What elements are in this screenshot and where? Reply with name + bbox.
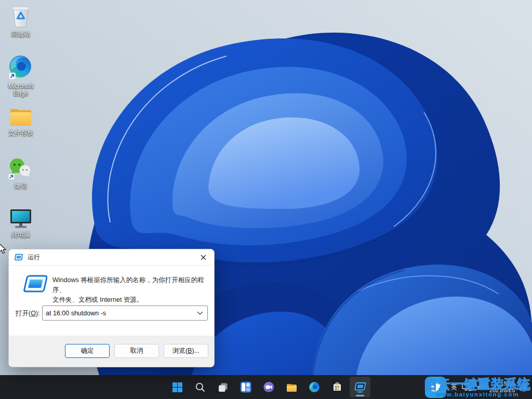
run-window-icon [353,381,367,393]
desktop-icon-file-storage[interactable]: 文件存放 [2,105,40,137]
description-line2: 文件夹、文档或 Internet 资源。 [52,296,143,303]
run-command-input[interactable] [43,310,197,317]
run-dialog-titlebar[interactable]: 运行 [9,249,214,265]
desktop-icon-this-pc[interactable]: 此电脑 [2,208,40,238]
desktop-icon-label: 此电脑 [11,231,30,238]
ok-button[interactable]: 确定 [65,344,110,358]
tray-date: 2021/8/25 [489,387,515,394]
this-pc-icon [8,208,33,230]
file-explorer-icon [286,382,298,393]
widgets-icon [240,381,251,393]
chat-icon [263,381,275,393]
recycle-bin-icon [9,3,33,29]
desktop-icon-label: 回收站 [11,31,30,38]
cancel-button[interactable]: 取消 [114,344,159,358]
tray-time: 15:34 [489,380,515,387]
dialog-title: 运行 [28,253,40,262]
store-button[interactable] [327,377,348,397]
desktop-icon-label: Microsoft Edge [2,83,40,97]
search-button[interactable] [190,377,210,397]
edge-icon [309,381,320,393]
start-button[interactable] [167,377,188,397]
windows-logo-icon [172,382,183,393]
browse-button[interactable]: 浏览(B)... [164,344,208,358]
edge-icon [7,54,34,81]
run-dialog: 运行 Windows 将根据你所输入的名称，为你打开相应的程序、 文件夹、文档或… [8,249,215,367]
system-tray: 英 15:34 2021/8/25 2 [425,375,532,399]
edge-taskbar-button[interactable] [304,377,325,397]
twitter-brand-icon[interactable] [425,377,446,398]
notification-badge[interactable]: 2 [520,383,528,392]
chevron-down-icon[interactable] [197,311,203,315]
display-device-icon[interactable] [462,383,472,391]
task-view-button[interactable] [212,377,233,397]
dialog-footer: 确定 取消 浏览(B)... [9,336,214,367]
description-line1: Windows 将根据你所输入的名称，为你打开相应的程序、 [52,276,204,294]
folder-icon [8,105,34,128]
search-icon [195,382,206,393]
open-label: 打开(O): [16,309,40,318]
run-window-icon-large [22,273,47,295]
run-command-combobox[interactable] [42,305,208,321]
desktop-icon-recycle-bin[interactable]: 回收站 [2,3,40,38]
volume-icon[interactable] [477,383,485,391]
store-icon [331,381,343,393]
taskbar-clock[interactable]: 15:34 2021/8/25 [489,380,515,394]
desktop-icon-label: 微信 [15,182,27,190]
taskbar: 英 15:34 2021/8/25 2 [0,375,532,399]
close-icon[interactable] [192,249,214,265]
file-explorer-button[interactable] [281,377,302,397]
desktop: 回收站 Microsoft Edge 文件存放 [0,0,532,399]
desktop-icon-microsoft-edge[interactable]: Microsoft Edge [2,54,40,97]
run-app-button[interactable] [350,377,370,397]
task-view-icon [218,382,229,393]
dialog-description: Windows 将根据你所输入的名称，为你打开相应的程序、 文件夹、文档或 In… [52,275,208,305]
desktop-icon-label: 文件存放 [8,129,33,137]
run-window-icon [15,254,23,261]
desktop-icon-wechat[interactable]: 微信 [2,157,40,190]
active-app-indicator [356,395,364,396]
chat-button[interactable] [258,377,279,397]
widgets-button[interactable] [235,377,256,397]
taskbar-center [167,375,370,399]
wechat-icon [7,157,34,181]
input-language-indicator[interactable]: 英 [451,383,457,392]
